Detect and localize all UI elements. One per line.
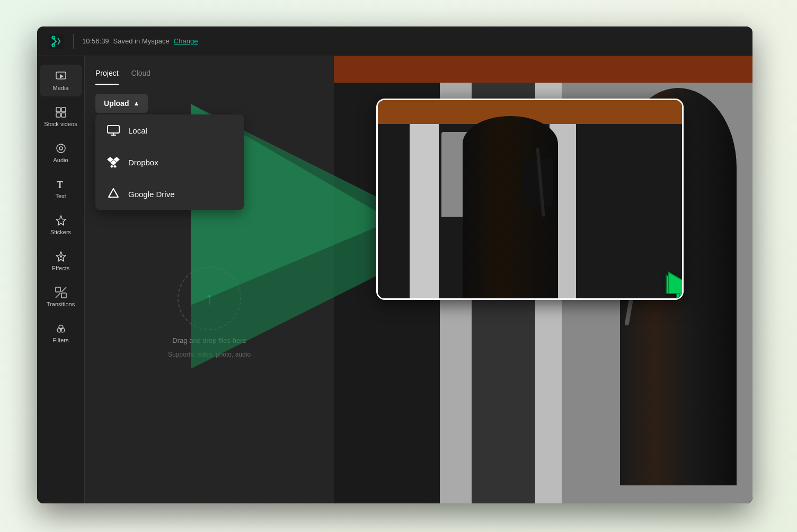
svg-rect-21: [108, 126, 119, 133]
svg-line-31: [113, 189, 118, 197]
sidebar-item-filters[interactable]: Filters: [40, 317, 82, 349]
google-drive-icon: [106, 187, 121, 201]
change-link[interactable]: Change: [174, 37, 198, 45]
panel-tabs: Project Cloud: [85, 56, 334, 85]
svg-line-17: [61, 287, 66, 292]
sidebar-item-label-media: Media: [53, 85, 69, 91]
sidebar-item-transitions[interactable]: Transitions: [40, 281, 82, 313]
right-panel: Player: [334, 56, 752, 503]
svg-rect-5: [56, 108, 60, 112]
sidebar-item-stickers[interactable]: Stickers: [40, 209, 82, 241]
top-divider: [73, 34, 74, 49]
stickers-icon: [55, 214, 67, 227]
svg-marker-28: [113, 165, 117, 168]
app-window: 10:56:39 Saved in Myspace Change Media: [37, 26, 752, 503]
sidebar-item-label-text: Text: [55, 193, 66, 199]
upload-label: Upload: [104, 99, 129, 108]
audio-icon: [55, 142, 67, 155]
svg-line-30: [109, 189, 113, 197]
cursor-arrow: [661, 270, 684, 300]
save-location: Saved in Myspace: [113, 37, 170, 45]
drop-zone-text: Drag and drop files here: [172, 336, 246, 344]
dropbox-icon: [106, 155, 121, 170]
sidebar-item-effects[interactable]: Effects: [40, 245, 82, 277]
svg-rect-14: [56, 287, 60, 292]
sidebar-item-label-effects: Effects: [52, 265, 69, 271]
svg-rect-16: [61, 293, 66, 298]
sidebar-item-audio[interactable]: Audio: [40, 137, 82, 169]
svg-marker-4: [60, 74, 64, 78]
dropbox-label: Dropbox: [128, 158, 158, 167]
preview-pillar-l: [410, 124, 439, 298]
sidebar-item-label-transitions: Transitions: [47, 301, 75, 307]
svg-point-13: [60, 255, 62, 258]
preview-card: [376, 99, 684, 300]
preview-person: [463, 116, 558, 298]
svg-line-15: [56, 293, 60, 298]
rail-top: [334, 56, 752, 83]
filters-icon: [55, 322, 67, 335]
svg-rect-6: [61, 108, 66, 112]
svg-marker-29: [109, 189, 118, 197]
sidebar-item-label-filters: Filters: [53, 337, 69, 343]
dropdown-item-dropbox[interactable]: Dropbox: [95, 146, 244, 178]
svg-rect-8: [61, 113, 66, 117]
sidebar-item-label-audio: Audio: [53, 157, 68, 163]
main-content: Project Cloud Upload ▲: [85, 56, 752, 503]
tab-project[interactable]: Project: [95, 65, 119, 85]
google-drive-label: Google Drive: [128, 190, 175, 199]
sidebar-item-stock-videos[interactable]: Stock videos: [40, 101, 82, 132]
drop-circle: ↑: [178, 267, 241, 330]
svg-point-10: [59, 147, 63, 150]
preview-subway: [378, 100, 682, 298]
sidebar-item-label-stickers: Stickers: [50, 229, 71, 235]
sidebar-item-label-stock: Stock videos: [44, 121, 77, 127]
svg-marker-27: [110, 165, 113, 168]
transitions-icon: [55, 286, 67, 299]
upload-button[interactable]: Upload ▲: [95, 94, 148, 113]
svg-rect-7: [56, 113, 60, 117]
sidebar-item-text[interactable]: T Text: [40, 173, 82, 205]
local-label: Local: [128, 126, 147, 135]
media-icon: [55, 70, 67, 83]
upload-dropdown: Local Dropbox: [95, 114, 244, 210]
tab-cloud[interactable]: Cloud: [131, 65, 151, 85]
monitor-icon: [106, 123, 121, 138]
save-info: 10:56:39 Saved in Myspace Change: [82, 37, 198, 45]
svg-text:T: T: [57, 180, 63, 190]
dropdown-item-local[interactable]: Local: [95, 114, 244, 146]
text-icon: T: [55, 178, 67, 191]
app-logo: [48, 33, 65, 50]
dropdown-item-google-drive[interactable]: Google Drive: [95, 178, 244, 210]
left-panel: Project Cloud Upload ▲: [85, 56, 334, 503]
stock-videos-icon: [55, 106, 67, 119]
chevron-up-icon: ▲: [133, 100, 139, 107]
svg-point-9: [57, 144, 65, 153]
top-bar: 10:56:39 Saved in Myspace Change: [37, 26, 752, 56]
effects-icon: [55, 250, 67, 263]
save-time: 10:56:39: [82, 37, 109, 45]
drop-zone-subtext: Supports: video, photo, audio: [168, 351, 251, 358]
upload-arrow-icon: ↑: [205, 289, 214, 308]
sidebar-item-media[interactable]: Media: [40, 65, 82, 96]
sidebar: Media Stock videos: [37, 56, 85, 503]
